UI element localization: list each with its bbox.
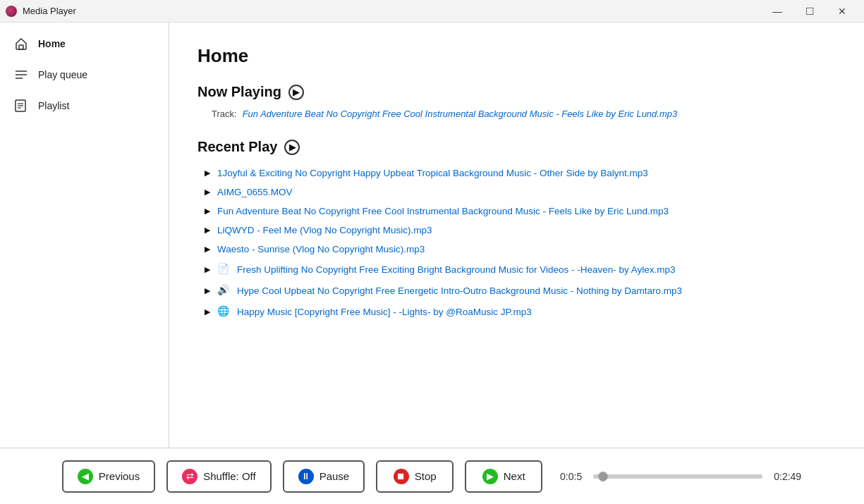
list-item[interactable]: ▶ 📄 Fresh Uplifting No Copyright Free Ex… (205, 259, 836, 280)
svg-rect-0 (19, 45, 23, 49)
sidebar-item-home-label: Home (38, 38, 66, 49)
list-item[interactable]: ▶ 🔊 Hype Cool Upbeat No Copyright Free E… (205, 280, 836, 301)
stop-label: Stop (415, 470, 437, 482)
play-arrow-icon: ▶ (205, 245, 210, 254)
minimize-button[interactable]: — (761, 0, 793, 23)
shuffle-button[interactable]: ⇄ Shuffle: Off (166, 460, 272, 493)
recent-item-label: Fun Adventure Beat No Copyright Free Coo… (217, 206, 669, 216)
play-arrow-icon: ▶ (205, 188, 210, 197)
sidebar-item-playlist-label: Playlist (38, 100, 69, 111)
list-item[interactable]: ▶ Fun Adventure Beat No Copyright Free C… (205, 202, 836, 221)
sidebar-item-play-queue-label: Play queue (38, 69, 87, 80)
play-arrow-icon: ▶ (205, 207, 210, 216)
play-arrow-icon: ▶ (205, 307, 210, 316)
now-playing-heading: Now Playing ▶ (197, 84, 836, 100)
recent-item-label: Happy Music [Copyright Free Music] - -Li… (237, 307, 532, 317)
shuffle-icon: ⇄ (182, 469, 197, 484)
page-title: Home (197, 45, 836, 67)
track-value: Fun Adventure Beat No Copyright Free Coo… (243, 109, 678, 119)
stop-button[interactable]: ⏹ Stop (376, 460, 454, 493)
stop-icon: ⏹ (394, 469, 409, 484)
play-arrow-icon: ▶ (205, 286, 210, 295)
previous-label: Previous (99, 470, 140, 482)
recent-item-label: Fresh Uplifting No Copyright Free Exciti… (237, 264, 676, 275)
recent-item-label: Hype Cool Upbeat No Copyright Free Energ… (237, 285, 682, 296)
recent-play-list: ▶ 1Joyful & Exciting No Copyright Happy … (205, 164, 836, 322)
close-button[interactable]: ✕ (826, 0, 858, 23)
next-icon: ▶ (482, 469, 498, 484)
play-arrow-icon: ▶ (205, 226, 210, 235)
previous-button[interactable]: ◀ Previous (62, 460, 155, 493)
pause-label: Pause (320, 470, 350, 482)
list-item[interactable]: ▶ Waesto - Sunrise (Vlog No Copyright Mu… (205, 240, 836, 259)
shuffle-label: Shuffle: Off (203, 470, 256, 482)
play-arrow-icon: ▶ (205, 265, 210, 274)
progress-bar[interactable] (593, 474, 762, 479)
playlist-icon (14, 99, 28, 113)
main-layout: Home Play queue Playlist (0, 23, 864, 448)
sidebar-item-playlist[interactable]: Playlist (0, 90, 169, 121)
list-item[interactable]: ▶ 🌐 Happy Music [Copyright Free Music] -… (205, 301, 836, 322)
previous-icon: ◀ (78, 469, 93, 484)
next-label: Next (504, 470, 525, 482)
maximize-button[interactable]: ☐ (793, 0, 826, 23)
total-time: 0:2:49 (774, 471, 802, 482)
play-arrow-icon: ▶ (205, 168, 210, 178)
list-item[interactable]: ▶ AIMG_0655.MOV (205, 183, 836, 202)
speaker-icon: 🔊 (217, 284, 230, 297)
progress-thumb[interactable] (598, 472, 608, 481)
content-area: Home Now Playing ▶ Track: Fun Adventure … (169, 23, 864, 448)
list-item[interactable]: ▶ 1Joyful & Exciting No Copyright Happy … (205, 164, 836, 183)
recent-play-label: Recent Play (197, 139, 277, 155)
next-button[interactable]: ▶ Next (465, 460, 542, 493)
recent-item-label: 1Joyful & Exciting No Copyright Happy Up… (217, 168, 648, 178)
titlebar-controls: — ☐ ✕ (761, 0, 858, 23)
sidebar: Home Play queue Playlist (0, 23, 169, 448)
recent-play-heading: Recent Play ▶ (197, 139, 836, 155)
current-time: 0:0:5 (554, 471, 582, 482)
pause-icon: ⏸ (298, 469, 314, 484)
recent-item-label: Waesto - Sunrise (Vlog No Copyright Musi… (217, 244, 425, 254)
app-title: Media Player (23, 6, 76, 16)
app-icon (6, 6, 17, 17)
player-bar: ◀ Previous ⇄ Shuffle: Off ⏸ Pause ⏹ Stop… (0, 448, 864, 504)
now-playing-arrow-icon[interactable]: ▶ (288, 85, 304, 100)
track-line: Track: Fun Adventure Beat No Copyright F… (212, 109, 836, 119)
recent-play-arrow-icon[interactable]: ▶ (284, 140, 300, 155)
titlebar: Media Player — ☐ ✕ (0, 0, 864, 23)
sidebar-item-home[interactable]: Home (0, 28, 169, 59)
sidebar-item-play-queue[interactable]: Play queue (0, 59, 169, 90)
now-playing-label: Now Playing (197, 84, 281, 100)
globe-icon: 🌐 (217, 305, 230, 318)
list-item[interactable]: ▶ LiQWYD - Feel Me (Vlog No Copyright Mu… (205, 221, 836, 240)
recent-item-label: AIMG_0655.MOV (217, 187, 293, 197)
titlebar-left: Media Player (6, 6, 76, 17)
track-label: Track: (212, 109, 237, 119)
recent-item-label: LiQWYD - Feel Me (Vlog No Copyright Musi… (217, 225, 432, 235)
doc-icon: 📄 (217, 263, 230, 276)
home-icon (14, 37, 28, 51)
pause-button[interactable]: ⏸ Pause (283, 460, 365, 493)
queue-icon (14, 68, 28, 82)
